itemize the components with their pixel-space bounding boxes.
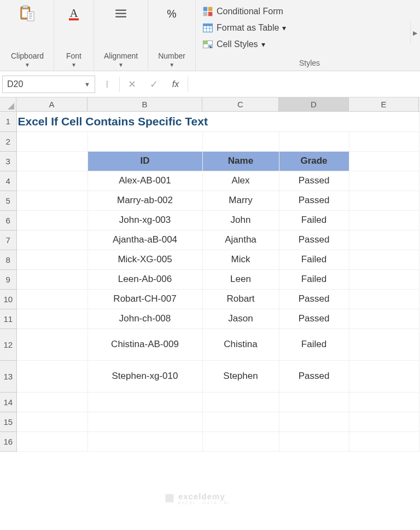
col-header-A[interactable]: A	[16, 97, 88, 111]
cell-E8[interactable]	[349, 250, 419, 269]
cell-A11[interactable]	[16, 309, 88, 329]
cell-A8[interactable]	[16, 250, 88, 269]
cell-A13[interactable]	[16, 360, 88, 392]
table-cell[interactable]: Chistina	[202, 329, 279, 360]
cell-A3[interactable]	[16, 151, 88, 171]
dropdown-icon[interactable]: ▼	[169, 62, 174, 68]
table-cell[interactable]: Passed	[279, 230, 349, 250]
alignment-button[interactable]	[111, 4, 131, 24]
row-header-1[interactable]: 1	[0, 112, 16, 131]
cell-E2[interactable]	[349, 131, 419, 151]
table-cell[interactable]: Robart	[202, 289, 279, 309]
cell-A6[interactable]	[16, 210, 88, 230]
cell-D2[interactable]	[279, 131, 349, 151]
cell-A4[interactable]	[16, 171, 88, 191]
table-header-grade[interactable]: Grade	[279, 151, 349, 171]
cell-E13[interactable]	[349, 360, 419, 392]
cell-E7[interactable]	[349, 230, 419, 250]
table-cell[interactable]: Mick-XG-005	[88, 250, 202, 269]
cell-C16[interactable]	[202, 431, 279, 451]
cell-D14[interactable]	[279, 392, 349, 412]
table-header-name[interactable]: Name	[202, 151, 279, 171]
table-cell[interactable]: Failed	[279, 329, 349, 360]
table-cell[interactable]: Stephen	[202, 360, 279, 392]
table-header-id[interactable]: ID	[88, 151, 202, 171]
font-button[interactable]: A	[64, 4, 84, 24]
table-cell[interactable]: Chistina-AB-009	[88, 329, 202, 360]
conditional-formatting-button[interactable]: Conditional Form	[200, 3, 419, 20]
cell-E16[interactable]	[349, 431, 419, 451]
cell-B15[interactable]	[88, 412, 202, 431]
formula-input[interactable]	[190, 76, 418, 93]
functions-dropdown[interactable]: ⁞	[97, 76, 117, 93]
clipboard-button[interactable]	[18, 4, 37, 24]
dropdown-icon[interactable]: ▼	[25, 62, 30, 68]
table-cell[interactable]: Passed	[279, 191, 349, 210]
table-cell[interactable]: John-ch-008	[88, 309, 202, 329]
cell-A10[interactable]	[16, 289, 88, 309]
cell-B2[interactable]	[88, 131, 202, 151]
format-as-table-button[interactable]: Format as Table ▾	[200, 20, 419, 36]
table-cell[interactable]: Mick	[202, 250, 279, 269]
row-header-5[interactable]: 5	[0, 191, 16, 210]
cell-A14[interactable]	[16, 392, 88, 412]
cell-E9[interactable]	[349, 269, 419, 289]
cell-B16[interactable]	[88, 431, 202, 451]
fx-button[interactable]: fx	[166, 76, 185, 93]
cell-D15[interactable]	[279, 412, 349, 431]
row-header-14[interactable]: 14	[0, 392, 16, 412]
table-cell[interactable]: Marry-ab-002	[88, 191, 202, 210]
table-cell[interactable]: John	[202, 210, 279, 230]
table-cell[interactable]: Failed	[279, 269, 349, 289]
row-header-9[interactable]: 9	[0, 269, 16, 289]
col-header-C[interactable]: C	[202, 97, 279, 111]
cell-E12[interactable]	[349, 329, 419, 360]
row-header-12[interactable]: 12	[0, 329, 16, 360]
dropdown-icon[interactable]: ▼	[71, 62, 77, 68]
cell-E14[interactable]	[349, 392, 419, 412]
cancel-button[interactable]: ✕	[122, 76, 142, 93]
cell-C2[interactable]	[202, 131, 279, 151]
table-cell[interactable]: Passed	[279, 360, 349, 392]
cell-E6[interactable]	[349, 210, 419, 230]
cell-C15[interactable]	[202, 412, 279, 431]
cell-E5[interactable]	[349, 191, 419, 210]
col-header-E[interactable]: E	[349, 97, 419, 111]
row-header-8[interactable]: 8	[0, 250, 16, 269]
row-header-16[interactable]: 16	[0, 431, 16, 451]
table-cell[interactable]: Passed	[279, 171, 349, 191]
cell-A5[interactable]	[16, 191, 88, 210]
cell-E4[interactable]	[349, 171, 419, 191]
col-header-B[interactable]: B	[88, 97, 202, 111]
table-cell[interactable]: Passed	[279, 309, 349, 329]
number-button[interactable]: %	[162, 4, 182, 24]
row-header-4[interactable]: 4	[0, 171, 16, 191]
table-cell[interactable]: Passed	[279, 289, 349, 309]
row-header-11[interactable]: 11	[0, 309, 16, 329]
table-cell[interactable]: Robart-CH-007	[88, 289, 202, 309]
cell-A16[interactable]	[16, 431, 88, 451]
table-cell[interactable]: Jason	[202, 309, 279, 329]
row-header-10[interactable]: 10	[0, 289, 16, 309]
cell-styles-button[interactable]: Cell Styles ▾	[200, 36, 419, 53]
table-cell[interactable]: Failed	[279, 250, 349, 269]
col-header-D[interactable]: D	[279, 97, 349, 111]
table-cell[interactable]: Ajantha-aB-004	[88, 230, 202, 250]
cell-A1[interactable]: Excel If Cell Contains Specific Text	[16, 112, 419, 131]
row-header-13[interactable]: 13	[0, 360, 16, 392]
name-box[interactable]: D20 ▼	[2, 76, 95, 93]
cell-C14[interactable]	[202, 392, 279, 412]
cell-E15[interactable]	[349, 412, 419, 431]
table-cell[interactable]: Leen	[202, 269, 279, 289]
row-header-6[interactable]: 6	[0, 210, 16, 230]
cell-E11[interactable]	[349, 309, 419, 329]
cell-A9[interactable]	[16, 269, 88, 289]
ribbon-expand-button[interactable]: ▶	[410, 22, 419, 44]
table-cell[interactable]: Alex-AB-001	[88, 171, 202, 191]
cell-E3[interactable]	[349, 151, 419, 171]
dropdown-icon[interactable]: ▼	[118, 62, 124, 68]
cell-A12[interactable]	[16, 329, 88, 360]
table-cell[interactable]: Stephen-xg-010	[88, 360, 202, 392]
cell-B14[interactable]	[88, 392, 202, 412]
row-header-7[interactable]: 7	[0, 230, 16, 250]
